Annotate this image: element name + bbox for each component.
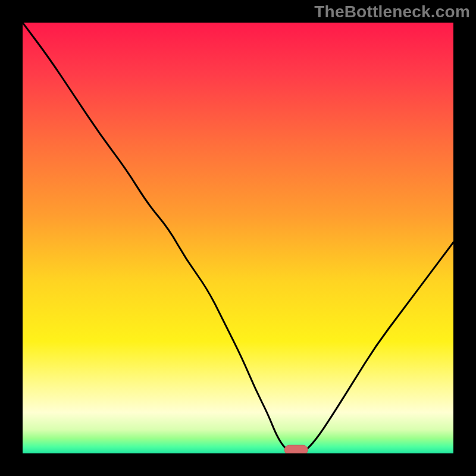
optimal-point-marker [284, 445, 308, 453]
bottleneck-chart [23, 23, 453, 453]
gradient-background [23, 23, 453, 453]
chart-frame: TheBottleneck.com [0, 0, 476, 476]
plot-area [23, 23, 453, 453]
watermark-text: TheBottleneck.com [314, 2, 470, 21]
